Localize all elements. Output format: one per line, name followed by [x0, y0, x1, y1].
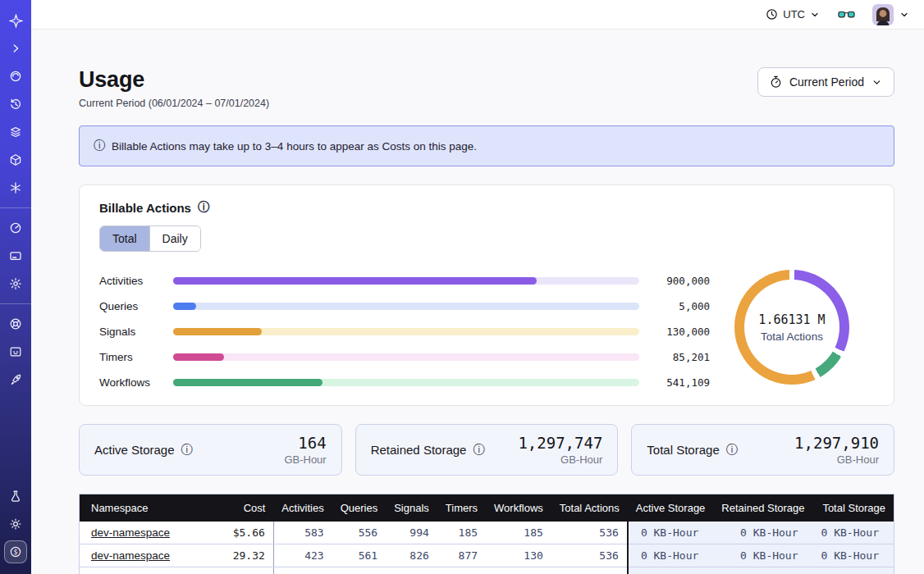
retry-clock-icon[interactable]: [4, 93, 27, 116]
col-workflows: Workflows: [486, 494, 551, 522]
bar-fill: [173, 303, 196, 310]
bar-value: 900,000: [639, 275, 710, 287]
card-icon[interactable]: [4, 244, 27, 267]
gauge-icon[interactable]: [4, 216, 27, 239]
chevron-right-icon[interactable]: [4, 37, 27, 60]
chevron-down-icon: [810, 10, 820, 20]
monitor-icon[interactable]: [4, 340, 27, 363]
app: $ UTC Usage Current Period (06/01/20: [0, 0, 924, 574]
col-signals: Signals: [386, 494, 437, 522]
col-total-storage: Total Storage: [813, 494, 894, 522]
bar-fill: [173, 277, 537, 285]
lifebuoy-icon[interactable]: [4, 312, 27, 335]
clock-icon: [766, 8, 778, 20]
tab-daily[interactable]: Daily: [149, 226, 200, 251]
rocket-icon[interactable]: [4, 368, 27, 391]
info-banner-text: Billable Actions may take up to 3–4 hour…: [112, 140, 477, 153]
content: Usage Current Period (06/01/2024 – 07/01…: [31, 30, 924, 574]
info-icon[interactable]: ⓘ: [198, 200, 209, 215]
pinwheel-logo-icon[interactable]: [4, 9, 27, 32]
cell-timers: 877: [437, 544, 486, 567]
cell-activities: 583: [273, 522, 332, 544]
svg-text:$: $: [14, 549, 18, 556]
timezone-selector[interactable]: UTC: [766, 8, 820, 20]
retained-storage-card: Retained Storage ⓘ 1,297,747 GB-Hour: [355, 424, 619, 476]
bar-row-queries: Queries 5,000: [99, 300, 710, 312]
table-row: dev-namespace $5.66 583 556 994 185 185 …: [80, 522, 894, 544]
cell-total-actions: 536: [551, 522, 628, 544]
table-row: dev-namespace 29.32 423 561 826 877 130 …: [80, 544, 894, 567]
cell-cost: 29.32: [224, 544, 274, 567]
col-active-storage: Active Storage: [628, 494, 714, 522]
bar-value: 85,201: [639, 351, 710, 363]
namespace-usage-table: Namespace Cost Activities Queries Signal…: [79, 494, 894, 574]
asterisk-icon[interactable]: [4, 176, 27, 199]
cell-active-storage: 0 KB-Hour: [628, 544, 714, 567]
bar-value: 5,000: [639, 300, 710, 312]
donut-total-value: 1.66131 M: [758, 312, 825, 327]
billable-actions-title: Billable Actions: [99, 201, 191, 215]
info-icon[interactable]: ⓘ: [726, 443, 738, 458]
namespace-link[interactable]: dev-namespace: [91, 526, 170, 539]
cell-activities: 492: [273, 567, 332, 574]
cell-signals: 883: [386, 567, 437, 574]
bar-label: Timers: [99, 351, 173, 363]
info-icon[interactable]: ⓘ: [181, 443, 193, 458]
col-queries: Queries: [332, 494, 387, 522]
stopwatch-icon: [770, 75, 782, 89]
cell-retained-storage: 0 KB-Hour: [713, 544, 812, 567]
page-title: Usage: [79, 67, 269, 93]
layers-icon[interactable]: [4, 121, 27, 144]
storage-card-unit: GB-Hour: [794, 453, 879, 466]
bar-label: Workflows: [99, 376, 173, 389]
gear-icon[interactable]: [4, 272, 27, 295]
active-storage-card: Active Storage ⓘ 164 GB-Hour: [79, 424, 342, 476]
donut-total-label: Total Actions: [758, 330, 825, 343]
cell-cost: $5.66: [224, 522, 274, 544]
table-row: dev-namespace $3.35 492 536 883 816 600 …: [80, 567, 894, 574]
bar-row-activities: Activities 900,000: [99, 275, 710, 287]
cell-signals: 994: [386, 522, 437, 544]
donut-wrap: 1.66131 M Total Actions: [710, 268, 874, 385]
page-head: Usage Current Period (06/01/2024 – 07/01…: [79, 67, 894, 109]
bar-track: [173, 353, 639, 361]
cell-retained-storage: 0 KB-Hour: [713, 522, 812, 544]
cell-retained-storage: 0 KB-Hour: [713, 567, 812, 574]
cell-total-storage: 0 KB-Hour: [813, 567, 894, 574]
bar-row-signals: Signals 130,000: [99, 326, 710, 338]
sidebar-divider: [0, 303, 31, 304]
swirl-icon[interactable]: [4, 65, 27, 88]
bar-value: 130,000: [639, 326, 710, 338]
sun-icon[interactable]: [4, 512, 27, 535]
bar-label: Activities: [99, 275, 173, 287]
period-dropdown-button[interactable]: Current Period: [757, 67, 894, 97]
sidebar-divider: [0, 207, 31, 208]
timezone-label: UTC: [783, 8, 805, 20]
glasses-icon[interactable]: [835, 3, 858, 26]
page-subtitle: Current Period (06/01/2024 – 07/01/2024): [79, 98, 269, 109]
storage-card-unit: GB-Hour: [284, 453, 326, 466]
chevron-down-icon: [871, 77, 882, 88]
cell-signals: 826: [386, 544, 437, 567]
storage-card-value: 1,297,747: [518, 434, 602, 452]
cell-queries: 556: [332, 522, 387, 544]
info-icon[interactable]: ⓘ: [473, 443, 484, 458]
bar-track: [173, 303, 639, 310]
topbar: UTC: [31, 0, 924, 30]
bar-track: [173, 328, 639, 335]
col-namespace: Namespace: [80, 494, 224, 522]
cube-icon[interactable]: [4, 148, 27, 171]
storage-summary-row: Active Storage ⓘ 164 GB-Hour Retained St…: [79, 424, 894, 476]
bar-fill: [173, 379, 322, 386]
billable-actions-card: Billable Actions ⓘ Total Daily Activitie…: [79, 184, 894, 406]
col-cost: Cost: [224, 494, 274, 522]
bar-label: Queries: [99, 300, 173, 312]
user-menu[interactable]: [872, 4, 909, 25]
tab-total[interactable]: Total: [100, 226, 149, 251]
dollar-coin-icon[interactable]: $: [4, 540, 27, 563]
info-banner: ⓘ Billable Actions may take up to 3–4 ho…: [79, 125, 894, 166]
flask-icon[interactable]: [4, 485, 27, 508]
bar-row-timers: Timers 85,201: [99, 351, 710, 363]
avatar: [872, 4, 894, 25]
namespace-link[interactable]: dev-namespace: [91, 549, 170, 562]
